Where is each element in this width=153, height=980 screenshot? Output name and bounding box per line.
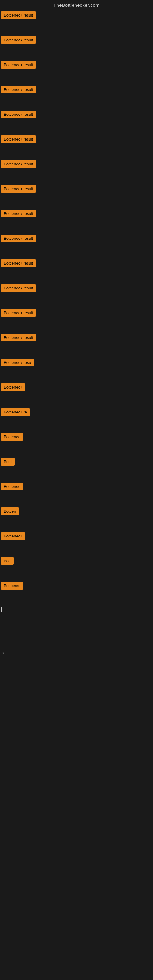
list-item: Bottleneck result	[1, 185, 153, 194]
list-item: Bott	[1, 557, 153, 566]
list-item: Bottleneck result	[1, 284, 153, 293]
list-item: Bottleneck result	[1, 111, 153, 119]
bottleneck-badge: Bottleneck	[1, 383, 26, 391]
bottleneck-badge: Bottleneck	[1, 532, 26, 540]
small-label-row: 0	[1, 650, 153, 656]
items-container: Bottleneck resultBottleneck resultBottle…	[0, 11, 153, 656]
list-item: Bottleneck re	[1, 408, 153, 417]
bottleneck-badge: Bottleneck result	[1, 11, 36, 19]
list-item: Bottleneck resu	[1, 359, 153, 368]
list-item: Bottleneck result	[1, 259, 153, 268]
list-item: Bottleneck result	[1, 135, 153, 144]
list-item: Bottleneck result	[1, 210, 153, 219]
list-item: Bottleneck result	[1, 36, 153, 45]
bottleneck-badge: Bottlenec	[1, 483, 23, 490]
site-title: TheBottlenecker.com	[54, 2, 99, 8]
bottleneck-badge: Bottleneck result	[1, 160, 36, 168]
bottleneck-badge: Bottleneck result	[1, 235, 36, 242]
bottleneck-badge: Bottleneck result	[1, 86, 36, 94]
bottleneck-badge: Bott	[1, 557, 14, 565]
list-item: Bottl	[1, 458, 153, 467]
bottleneck-badge: Bottleneck result	[1, 334, 36, 342]
list-item: Bottleneck	[1, 532, 153, 541]
bottleneck-badge: Bottleneck re	[1, 408, 30, 416]
bottleneck-badge: Bottl	[1, 458, 15, 466]
bottleneck-badge: Bottlenec	[1, 582, 23, 590]
list-item: Bottleneck result	[1, 61, 153, 70]
list-item: Bottleneck result	[1, 11, 153, 20]
bottleneck-badge: Bottleneck result	[1, 36, 36, 44]
list-item: Bottleneck result	[1, 334, 153, 343]
site-header: TheBottlenecker.com	[0, 0, 153, 11]
page-wrapper: TheBottlenecker.com Bottleneck resultBot…	[0, 0, 153, 656]
list-item: Bottlenec	[1, 433, 153, 442]
bottleneck-badge: Bottlenec	[1, 433, 23, 441]
bottleneck-badge: Bottleneck result	[1, 61, 36, 68]
bottleneck-badge: Bottleneck result	[1, 210, 36, 218]
list-item: Bottlen	[1, 508, 153, 516]
bottleneck-badge: Bottleneck result	[1, 309, 36, 317]
bottleneck-badge: Bottleneck result	[1, 259, 36, 267]
bottleneck-badge: Bottleneck result	[1, 135, 36, 143]
bottleneck-badge: Bottlen	[1, 508, 19, 515]
small-label: 0	[2, 651, 4, 655]
text-cursor	[1, 607, 2, 612]
cursor-row	[1, 607, 153, 613]
bottleneck-badge: Bottleneck result	[1, 284, 36, 292]
list-item: Bottleneck result	[1, 309, 153, 318]
list-item: Bottleneck	[1, 383, 153, 392]
bottleneck-badge: Bottleneck result	[1, 185, 36, 192]
list-item: Bottlenec	[1, 483, 153, 492]
bottleneck-badge: Bottleneck result	[1, 111, 36, 118]
list-item: Bottleneck result	[1, 86, 153, 95]
list-item: Bottleneck result	[1, 160, 153, 169]
list-item: Bottleneck result	[1, 235, 153, 243]
bottleneck-badge: Bottleneck resu	[1, 359, 34, 366]
list-item: Bottlenec	[1, 582, 153, 591]
